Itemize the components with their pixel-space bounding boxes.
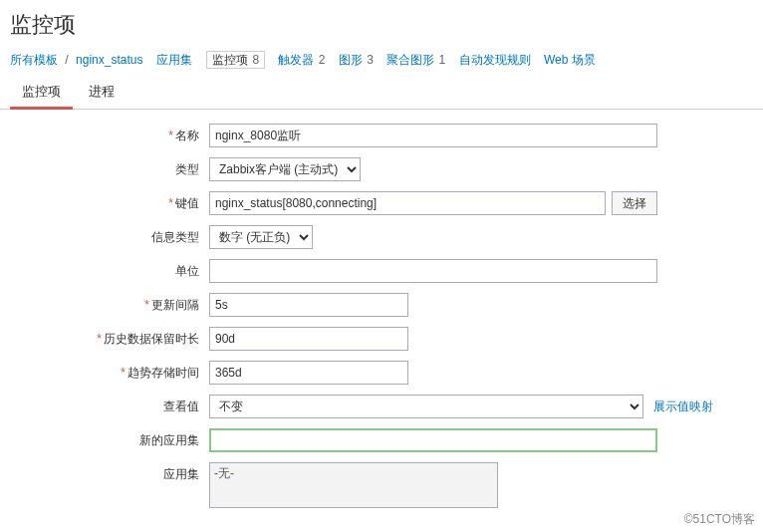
interval-input[interactable]: [209, 293, 408, 317]
label-interval: *更新间隔: [10, 293, 209, 314]
label-units: 单位: [10, 259, 209, 280]
breadcrumb: 所有模板 / nginx_status 应用集 监控项 8 触发器 2 图形 3…: [0, 52, 763, 77]
label-type: 类型: [10, 157, 209, 178]
page-title: 监控项: [0, 0, 763, 52]
history-input[interactable]: [209, 327, 408, 351]
label-name: *名称: [10, 124, 209, 144]
label-history: *历史数据保留时长: [10, 327, 209, 348]
name-input[interactable]: [209, 124, 657, 147]
info-type-select[interactable]: 数字 (无正负): [209, 225, 313, 249]
subtabs: 监控项 进程: [0, 77, 763, 110]
show-value-select[interactable]: 不变: [209, 395, 643, 418]
units-input[interactable]: [209, 259, 657, 283]
bc-apps[interactable]: 应用集: [156, 53, 193, 67]
label-apps: 应用集: [10, 462, 209, 483]
watermark: ©51CTO博客: [684, 511, 755, 528]
new-app-input[interactable]: [209, 428, 657, 452]
key-input[interactable]: [209, 191, 606, 215]
label-key: *键值: [10, 191, 209, 212]
bc-web[interactable]: Web 场景: [544, 53, 596, 67]
apps-listbox[interactable]: -无-: [209, 462, 498, 508]
label-trends: *趋势存储时间: [10, 361, 209, 382]
bc-discovery[interactable]: 自动发现规则: [459, 53, 531, 67]
select-button[interactable]: 选择: [612, 191, 657, 215]
label-info-type: 信息类型: [10, 225, 209, 246]
bc-triggers[interactable]: 触发器 2: [278, 53, 325, 67]
label-new-app: 新的应用集: [10, 428, 209, 449]
breadcrumb-template[interactable]: nginx_status: [76, 53, 142, 67]
type-select[interactable]: Zabbix客户端 (主动式): [209, 157, 361, 181]
label-show-value: 查看值: [10, 395, 209, 415]
bc-items[interactable]: 监控项 8: [206, 51, 265, 69]
subtab-process[interactable]: 进程: [77, 77, 127, 110]
breadcrumb-root[interactable]: 所有模板: [10, 53, 58, 67]
breadcrumb-separator: /: [65, 53, 68, 67]
trends-input[interactable]: [209, 361, 408, 385]
bc-graphs[interactable]: 图形 3: [339, 53, 374, 67]
subtab-item[interactable]: 监控项: [10, 77, 73, 110]
apps-none-option[interactable]: -无-: [214, 465, 493, 482]
bc-screens[interactable]: 聚合图形 1: [386, 53, 445, 67]
value-map-link[interactable]: 展示值映射: [653, 399, 713, 415]
